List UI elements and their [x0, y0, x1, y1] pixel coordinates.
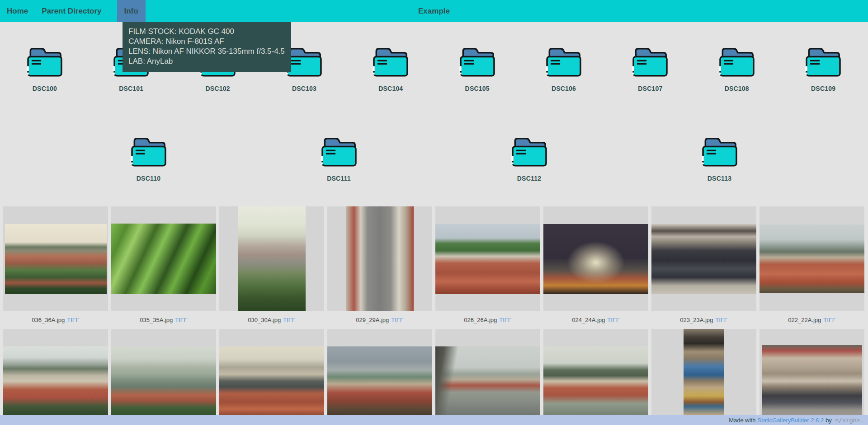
folder-item-dsc110[interactable]: DSC110 — [107, 135, 190, 182]
thumbnail-image-crowd-in-town-square — [651, 224, 756, 294]
folder-icon — [630, 45, 670, 78]
gallery-item — [543, 329, 648, 425]
folder-icon — [458, 45, 497, 78]
thumbnail-image-astronomical-clock-tower — [684, 329, 724, 425]
thumbnail[interactable] — [219, 206, 324, 311]
gallery-item: 026_26A.jpg TIFF — [435, 206, 540, 329]
thumbnail[interactable] — [760, 206, 864, 311]
thumbnail[interactable] — [219, 329, 324, 425]
thumbnail-image-green-tree-foliage — [111, 224, 216, 294]
thumbnail[interactable] — [111, 329, 216, 425]
thumbnail[interactable] — [435, 329, 540, 425]
tiff-link[interactable]: TIFF — [391, 317, 403, 323]
builder-link[interactable]: StaticGalleryBuilder 2.6.2 — [757, 417, 824, 424]
thumbnail[interactable] — [651, 329, 756, 425]
folder-item-dsc104[interactable]: DSC104 — [349, 45, 433, 92]
folder-label: DSC111 — [327, 175, 351, 182]
thumbnail-image-illuminated-gothic-towers-at-night — [543, 224, 648, 294]
gallery-item — [435, 329, 540, 425]
folder-icon — [700, 135, 740, 168]
gallery-grid: 036_36A.jpg TIFF 035_35A.jpg TIFF 030_30… — [0, 206, 868, 425]
thumbnail[interactable] — [327, 206, 432, 311]
folder-item-dsc107[interactable]: DSC107 — [609, 45, 692, 92]
folder-label: DSC101 — [119, 85, 143, 92]
file-label: 036_36A.jpg TIFF — [3, 311, 108, 329]
folder-item-dsc105[interactable]: DSC105 — [435, 45, 519, 92]
thumbnail-image-aerial-view-of-street — [346, 206, 414, 311]
tiff-link[interactable]: TIFF — [175, 317, 187, 323]
folder-icon — [319, 135, 359, 168]
footer: Made with StaticGalleryBuilder 2.6.2 by … — [0, 415, 868, 425]
gallery-item: 023_23A.jpg TIFF — [651, 206, 756, 329]
tooltip-line: LENS: Nikon AF NIKKOR 35-135mm f/3.5-4.5 — [128, 47, 285, 56]
nav-item-info[interactable]: Info — [117, 0, 146, 22]
gallery-item — [651, 329, 756, 425]
thumbnail-image-red-rooftops-below-green-hill — [435, 224, 540, 294]
nav-item-parent-directory[interactable]: Parent Directory — [35, 0, 108, 22]
gallery-item: 030_30A.jpg TIFF — [219, 206, 324, 329]
folder-icon — [25, 45, 65, 78]
folder-item-dsc106[interactable]: DSC106 — [522, 45, 606, 92]
file-label: 022_22A.jpg TIFF — [760, 311, 864, 329]
folder-label: DSC113 — [708, 175, 731, 182]
file-label: 023_23A.jpg TIFF — [651, 311, 756, 329]
thumbnail-image-river-with-statue-and-boat — [435, 346, 540, 416]
file-label: 030_30A.jpg TIFF — [219, 311, 324, 329]
footer-made-with-text: Made with — [729, 417, 755, 424]
thumbnail[interactable] — [3, 329, 108, 425]
gallery-item: 035_35A.jpg TIFF — [111, 206, 216, 329]
filename: 026_26A.jpg — [464, 317, 497, 323]
folder-item-dsc112[interactable]: DSC112 — [487, 135, 571, 182]
filename: 035_35A.jpg — [140, 317, 173, 323]
gallery-item — [219, 329, 324, 425]
filename: 029_29A.jpg — [356, 317, 389, 323]
folder-item-dsc111[interactable]: DSC111 — [297, 135, 381, 182]
folder-label: DSC103 — [292, 85, 316, 92]
gallery-item — [3, 329, 108, 425]
thumbnail[interactable] — [760, 329, 864, 425]
thumbnail-image-riverfront-buildings-and-red-roofs — [219, 346, 324, 416]
thumbnail[interactable] — [111, 206, 216, 311]
folder-label: DSC112 — [517, 175, 541, 182]
gallery-item — [111, 329, 216, 425]
tiff-link[interactable]: TIFF — [499, 317, 511, 323]
thumbnail[interactable] — [543, 329, 648, 425]
nav-links: Home Parent Directory Info — [0, 0, 146, 22]
thumbnail-image-city-panorama-with-cathedral — [760, 224, 864, 293]
gallery-item: 022_22A.jpg TIFF — [760, 206, 864, 329]
tooltip-line: FILM STOCK: KODAK GC 400 — [128, 27, 285, 37]
folder-icon — [544, 45, 584, 78]
folder-label: DSC104 — [378, 85, 403, 92]
thumbnail-image-city-panorama-with-church-spire — [5, 224, 107, 294]
thumbnail[interactable] — [435, 206, 540, 311]
file-label: 035_35A.jpg TIFF — [111, 311, 216, 329]
srgn-logo[interactable]: </srgn> — [835, 416, 860, 424]
thumbnail[interactable] — [3, 206, 108, 311]
filename: 022_22A.jpg — [788, 317, 821, 323]
folder-item-dsc109[interactable]: DSC109 — [782, 45, 865, 92]
folder-icon — [129, 135, 169, 168]
folder-icon — [371, 45, 410, 78]
folder-item-dsc108[interactable]: DSC108 — [695, 45, 778, 92]
folder-item-dsc100[interactable]: DSC100 — [3, 45, 86, 92]
tiff-link[interactable]: TIFF — [67, 317, 79, 323]
folder-label: DSC110 — [137, 175, 160, 182]
file-label: 024_24A.jpg TIFF — [543, 311, 648, 329]
nav-item-home[interactable]: Home — [0, 0, 35, 22]
thumbnail[interactable] — [651, 206, 756, 311]
folder-icon — [717, 45, 757, 78]
gallery-item — [327, 329, 432, 425]
tooltip-line: CAMERA: Nikon F-801S AF — [128, 37, 285, 47]
thumbnail[interactable] — [327, 329, 432, 425]
folder-label: DSC106 — [552, 85, 576, 92]
folder-label: DSC102 — [206, 85, 230, 92]
folder-item-dsc113[interactable]: DSC113 — [678, 135, 761, 182]
tiff-link[interactable]: TIFF — [823, 317, 835, 323]
thumbnail[interactable] — [543, 206, 648, 311]
thumbnail-image-street-crowd-beside-old-buildings — [762, 345, 862, 417]
tiff-link[interactable]: TIFF — [715, 317, 727, 323]
folder-icon — [509, 135, 549, 168]
footer-period: . — [862, 417, 863, 424]
tiff-link[interactable]: TIFF — [283, 317, 295, 323]
tiff-link[interactable]: TIFF — [607, 317, 619, 323]
